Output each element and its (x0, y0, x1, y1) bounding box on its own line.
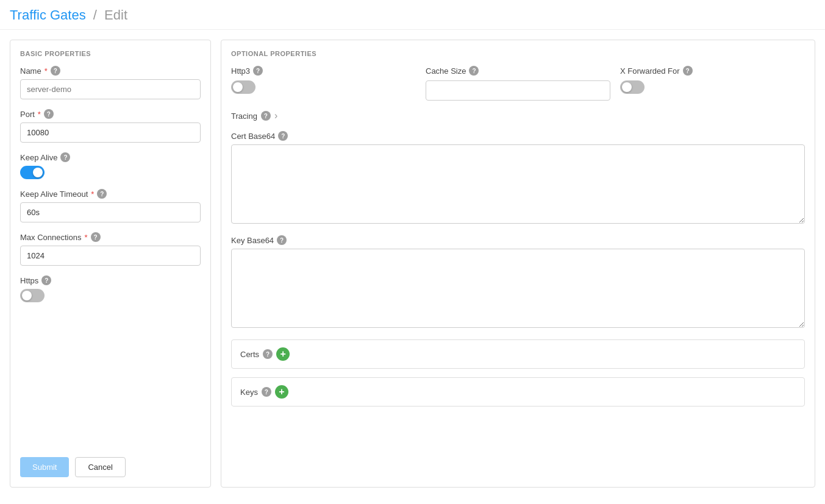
cert-base64-field-group: Cert Base64 ? (231, 131, 805, 225)
title-sep: / (93, 7, 97, 23)
keep-alive-timeout-required: * (91, 190, 94, 199)
cache-size-help-icon[interactable]: ? (469, 66, 479, 76)
key-base64-textarea[interactable] (231, 249, 805, 328)
keys-header: Keys ? + (240, 385, 796, 399)
name-field-group: Name * ? (20, 66, 201, 99)
keep-alive-help-icon[interactable]: ? (60, 152, 70, 162)
tracing-arrow-icon[interactable]: › (274, 110, 277, 121)
keep-alive-timeout-input[interactable] (20, 202, 201, 222)
keys-section: Keys ? + (231, 377, 805, 406)
http3-label: Http3 ? (231, 66, 416, 76)
cert-base64-textarea[interactable] (231, 144, 805, 224)
x-forwarded-for-label: X Forwarded For ? (620, 66, 805, 76)
cache-size-label: Cache Size ? (426, 66, 610, 76)
port-input[interactable] (20, 122, 201, 143)
https-field-group: Https ? (20, 275, 201, 302)
cache-size-input[interactable] (426, 80, 610, 101)
http3-help-icon[interactable]: ? (253, 66, 263, 76)
title-main: Traffic Gates (10, 7, 86, 23)
port-help-icon[interactable]: ? (44, 109, 54, 119)
x-forwarded-for-field: X Forwarded For ? (620, 66, 805, 101)
optional-properties-title: OPTIONAL PROPERTIES (231, 50, 805, 57)
max-connections-required: * (84, 233, 87, 242)
tracing-row: Tracing ? › (231, 110, 805, 121)
port-required: * (38, 110, 41, 119)
title-sub: Edit (104, 7, 127, 23)
https-help-icon[interactable]: ? (41, 275, 51, 285)
certs-add-button[interactable]: + (276, 347, 290, 361)
keys-add-button[interactable]: + (275, 385, 288, 399)
name-input[interactable] (20, 79, 201, 99)
http3-field: Http3 ? (231, 66, 416, 101)
keep-alive-toggle[interactable] (20, 166, 45, 179)
keys-help-icon[interactable]: ? (262, 387, 271, 397)
key-base64-label: Key Base64 ? (231, 235, 805, 245)
keep-alive-timeout-help-icon[interactable]: ? (97, 189, 107, 199)
keys-label: Keys (240, 388, 258, 397)
cancel-button[interactable]: Cancel (75, 457, 125, 477)
submit-button[interactable]: Submit (20, 457, 69, 477)
x-forwarded-for-toggle[interactable] (620, 80, 645, 94)
basic-properties-title: BASIC PROPERTIES (20, 50, 201, 57)
cache-size-field: Cache Size ? (426, 66, 610, 101)
keep-alive-timeout-label: Keep Alive Timeout * ? (20, 189, 201, 199)
key-base64-help-icon[interactable]: ? (277, 235, 287, 245)
max-connections-help-icon[interactable]: ? (91, 232, 101, 242)
certs-label: Certs (240, 350, 259, 359)
https-toggle[interactable] (20, 289, 45, 302)
content-area: BASIC PROPERTIES Name * ? Port * ? Keep … (0, 30, 825, 497)
certs-section: Certs ? + (231, 339, 805, 369)
keep-alive-timeout-field-group: Keep Alive Timeout * ? (20, 189, 201, 222)
certs-help-icon[interactable]: ? (263, 349, 273, 359)
max-connections-label: Max Connections * ? (20, 232, 201, 242)
port-field-group: Port * ? (20, 109, 201, 143)
keep-alive-label: Keep Alive ? (20, 152, 201, 162)
tracing-help-icon[interactable]: ? (261, 111, 271, 121)
certs-header: Certs ? + (240, 347, 796, 361)
optional-grid: Http3 ? Cache Size ? (231, 66, 805, 101)
https-label: Https ? (20, 275, 201, 285)
max-connections-input[interactable] (20, 246, 201, 266)
cert-base64-help-icon[interactable]: ? (278, 131, 288, 141)
tracing-label: Tracing (231, 112, 257, 121)
name-label: Name * ? (20, 66, 201, 76)
right-panel: OPTIONAL PROPERTIES Http3 ? Cach (221, 40, 815, 488)
button-row: Submit Cancel (20, 457, 201, 477)
http3-toggle[interactable] (231, 80, 255, 94)
name-required: * (45, 66, 48, 76)
keep-alive-field-group: Keep Alive ? (20, 152, 201, 179)
key-base64-field-group: Key Base64 ? (231, 235, 805, 330)
name-help-icon[interactable]: ? (51, 66, 60, 76)
x-forwarded-for-help-icon[interactable]: ? (683, 66, 693, 76)
port-label: Port * ? (20, 109, 201, 119)
page-header: Traffic Gates / Edit (0, 0, 825, 30)
left-panel: BASIC PROPERTIES Name * ? Port * ? Keep … (10, 40, 211, 488)
max-connections-field-group: Max Connections * ? (20, 232, 201, 266)
cert-base64-label: Cert Base64 ? (231, 131, 805, 141)
